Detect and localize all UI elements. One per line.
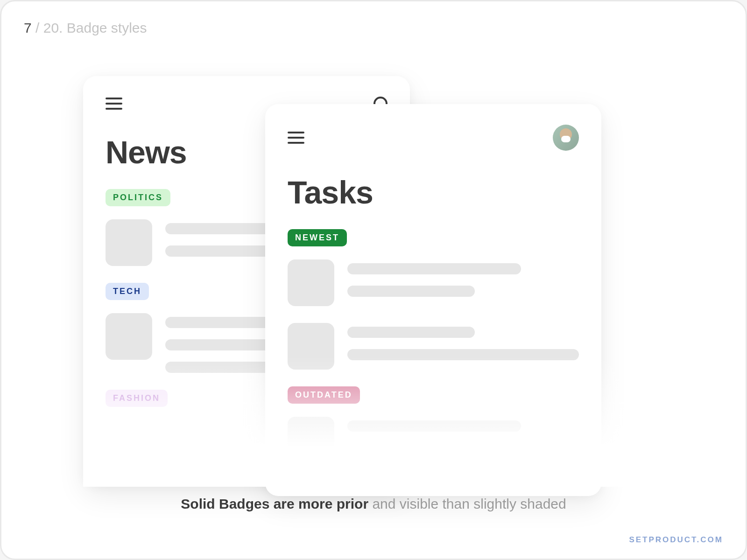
cards-container: News POLITICS TECH (83, 67, 643, 487)
skeleton-thumbnail (106, 313, 152, 360)
list-item (288, 259, 579, 306)
tasks-title: Tasks (288, 174, 579, 210)
breadcrumb: 7 / 20. Badge styles (24, 20, 147, 36)
breadcrumb-total: 20 (43, 20, 59, 35)
caption-rest: and visible than slightly shaded (368, 496, 566, 511)
tasks-card-header (288, 125, 579, 151)
skeleton-thumbnail (288, 259, 334, 306)
watermark: SETPRODUCT.COM (629, 535, 723, 545)
badge-tech[interactable]: TECH (106, 283, 149, 300)
badge-outdated[interactable]: OUTDATED (288, 386, 360, 404)
tasks-card: Tasks NEWEST OUTDATED (265, 104, 601, 496)
slide-frame: 7 / 20. Badge styles News POLITICS (0, 0, 747, 560)
badge-newest[interactable]: NEWEST (288, 229, 347, 246)
avatar[interactable] (553, 125, 579, 151)
skeleton-text (347, 259, 579, 297)
menu-icon[interactable] (288, 132, 304, 144)
skeleton-thumbnail (106, 219, 152, 266)
breadcrumb-title: Badge styles (67, 20, 147, 35)
skeleton-text (347, 323, 579, 360)
caption: Solid Badges are more prior and visible … (1, 496, 746, 512)
caption-bold: Solid Badges are more prior (181, 496, 368, 511)
skeleton-text (347, 417, 579, 432)
skeleton-thumbnail (288, 417, 334, 463)
list-item (288, 417, 579, 463)
list-item (288, 323, 579, 370)
badge-fashion[interactable]: FASHION (106, 390, 168, 407)
skeleton-thumbnail (288, 323, 334, 370)
badge-politics[interactable]: POLITICS (106, 189, 170, 206)
breadcrumb-current: 7 (24, 20, 32, 35)
menu-icon[interactable] (106, 98, 122, 110)
